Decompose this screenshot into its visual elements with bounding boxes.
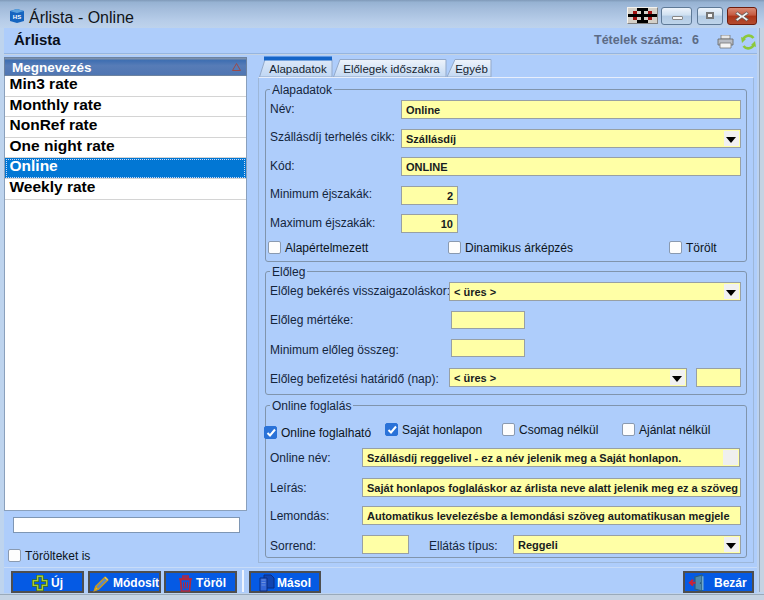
svg-text:HS: HS: [13, 14, 21, 20]
